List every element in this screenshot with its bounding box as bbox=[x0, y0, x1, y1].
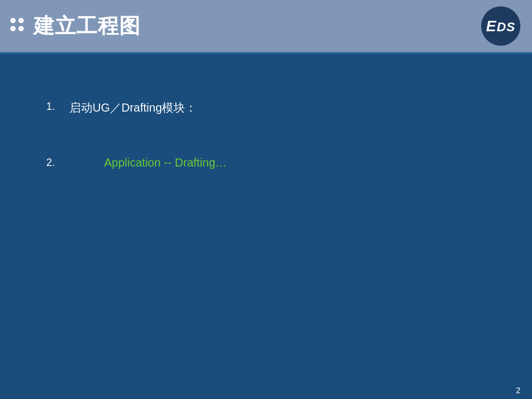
item-2-number: 2. bbox=[46, 156, 104, 169]
dot-1 bbox=[10, 18, 16, 23]
item-2-text: Application -- Drafting… bbox=[104, 156, 227, 169]
footer: 2 bbox=[0, 382, 532, 399]
dot-2 bbox=[19, 18, 24, 23]
dots-icon bbox=[10, 18, 27, 34]
header-left: 建立工程图 bbox=[10, 12, 141, 40]
logo-ds: DS bbox=[497, 20, 516, 34]
dot-4 bbox=[19, 26, 24, 31]
page-number: 2 bbox=[516, 386, 520, 395]
content-area: 1. 启动UG／Drafting模块： 2. Application -- Dr… bbox=[0, 54, 532, 382]
logo-text: EDS bbox=[486, 17, 516, 35]
list-items: 1. 启动UG／Drafting模块： 2. Application -- Dr… bbox=[46, 100, 486, 169]
logo-circle: EDS bbox=[481, 6, 520, 46]
slide: 建立工程图 EDS 1. 启动UG／Drafting模块： 2. Applica… bbox=[0, 0, 532, 399]
item-1-text: 启动UG／Drafting模块： bbox=[69, 100, 197, 116]
item-1-number: 1. bbox=[46, 100, 69, 113]
logo-e-letter: E bbox=[486, 17, 497, 35]
logo-container: EDS bbox=[481, 6, 520, 46]
dot-3 bbox=[10, 26, 16, 31]
list-item-2: 2. Application -- Drafting… bbox=[46, 156, 486, 169]
header: 建立工程图 EDS bbox=[0, 0, 532, 52]
slide-title: 建立工程图 bbox=[34, 12, 141, 40]
list-item-1: 1. 启动UG／Drafting模块： bbox=[46, 100, 486, 116]
